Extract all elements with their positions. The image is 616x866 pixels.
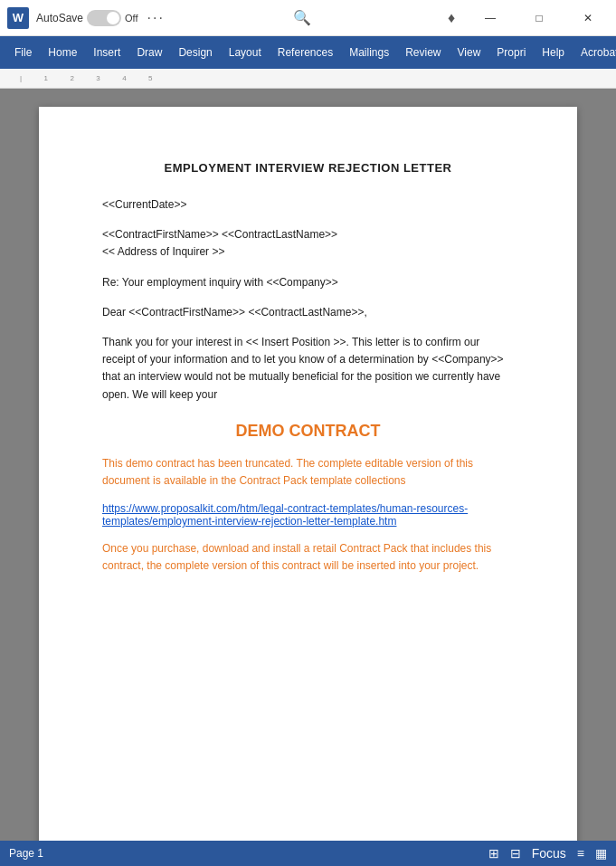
demo-link[interactable]: https://www.proposalkit.com/htm/legal-co… — [102, 502, 514, 528]
demo-purchase-text: Once you purchase, download and install … — [102, 540, 514, 575]
menu-acrobat[interactable]: Acrobat — [573, 43, 616, 62]
page-number: Page 1 — [9, 847, 43, 860]
menu-help[interactable]: Help — [535, 43, 572, 62]
close-button[interactable]: ✕ — [567, 4, 609, 33]
address-line: << Address of Inquirer >> — [102, 245, 224, 258]
menu-design[interactable]: Design — [171, 43, 219, 62]
menu-layout[interactable]: Layout — [222, 43, 269, 62]
document-title: EMPLOYMENT INTERVIEW REJECTION LETTER — [102, 161, 514, 175]
titlebar-right: ♦ — □ ✕ — [441, 4, 609, 33]
print-layout-icon[interactable]: ⊟ — [510, 846, 521, 861]
document-area: EMPLOYMENT INTERVIEW REJECTION LETTER <<… — [0, 89, 616, 841]
read-mode-icon[interactable]: ⊞ — [488, 846, 499, 861]
more-options-icon[interactable]: ··· — [147, 10, 165, 26]
zoom-icon[interactable]: ▦ — [595, 846, 607, 861]
document-page: EMPLOYMENT INTERVIEW REJECTION LETTER <<… — [39, 107, 577, 841]
statusbar-right: ⊞ ⊟ Focus ≡ ▦ — [488, 846, 607, 861]
toggle-state-label: Off — [125, 13, 137, 24]
menu-draw[interactable]: Draw — [129, 43, 169, 62]
web-layout-icon[interactable]: ≡ — [577, 846, 584, 861]
statusbar: Page 1 ⊞ ⊟ Focus ≡ ▦ — [0, 841, 616, 866]
toggle-knob — [107, 12, 119, 24]
menu-mailings[interactable]: Mailings — [342, 43, 396, 62]
focus-label[interactable]: Focus — [532, 846, 566, 861]
current-date-line: <<CurrentDate>> — [102, 196, 514, 214]
menu-file[interactable]: File — [7, 43, 39, 62]
diamond-icon[interactable]: ♦ — [441, 7, 462, 29]
name-line: <<ContractFirstName>> <<ContractLastName… — [102, 228, 337, 241]
body-text: Thank you for your interest in << Insert… — [102, 334, 514, 404]
word-logo: W — [7, 7, 29, 29]
dear-line: Dear <<ContractFirstName>> <<ContractLas… — [102, 304, 514, 321]
ruler: | 1 2 3 4 5 — [0, 69, 616, 89]
titlebar-center: 🔍 — [165, 7, 441, 29]
menu-insert[interactable]: Insert — [86, 43, 128, 62]
name-address-block: <<ContractFirstName>> <<ContractLastName… — [102, 226, 514, 261]
document-body: <<CurrentDate>> <<ContractFirstName>> <<… — [102, 196, 514, 404]
menu-view[interactable]: View — [450, 43, 488, 62]
re-line: Re: Your employment inquiry with <<Compa… — [102, 274, 514, 291]
maximize-button[interactable]: □ — [518, 4, 560, 33]
ruler-inner: | 1 2 3 4 5 — [4, 74, 612, 82]
menu-propri[interactable]: Propri — [489, 43, 533, 62]
autosave-toggle[interactable] — [87, 10, 121, 26]
titlebar: W AutoSave Off ··· 🔍 ♦ — □ ✕ — [0, 0, 616, 36]
demo-contract-title: DEMO CONTRACT — [102, 422, 514, 441]
menu-home[interactable]: Home — [41, 43, 84, 62]
autosave-label: AutoSave — [36, 12, 83, 24]
search-icon[interactable]: 🔍 — [291, 7, 313, 29]
menu-references[interactable]: References — [270, 43, 340, 62]
menubar: File Home Insert Draw Design Layout Refe… — [0, 36, 616, 69]
demo-truncated-text: This demo contract has been truncated. T… — [102, 455, 514, 490]
menu-review[interactable]: Review — [398, 43, 448, 62]
minimize-button[interactable]: — — [469, 4, 511, 33]
